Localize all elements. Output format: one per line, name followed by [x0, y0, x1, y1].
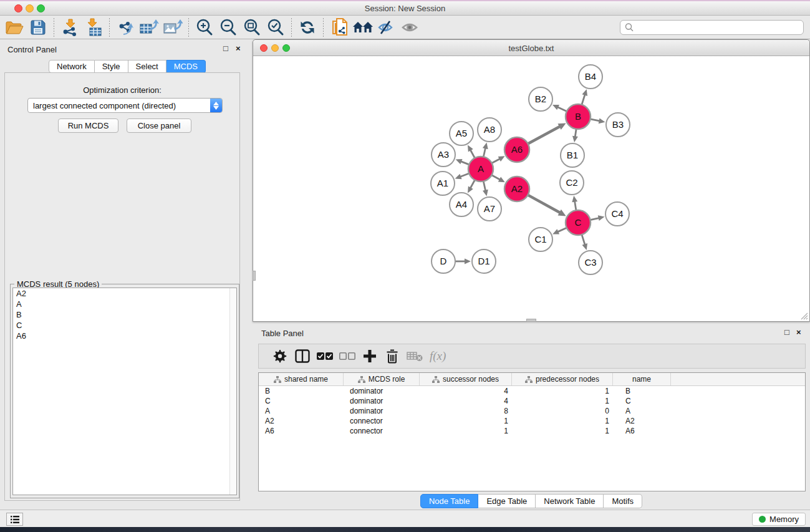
mcds-result-item[interactable]: A2: [13, 288, 236, 299]
zoom-fit-icon[interactable]: [241, 17, 263, 37]
deselect-all-checkboxes-icon[interactable]: [336, 346, 359, 367]
graph-edge-B-B2[interactable]: [557, 107, 567, 111]
table-cell[interactable]: 4: [420, 397, 512, 405]
table-row[interactable]: A6connector11A6: [259, 426, 805, 436]
import-network-icon[interactable]: [59, 17, 80, 37]
close-panel-icon[interactable]: ×: [796, 327, 801, 337]
table-cell[interactable]: dominator: [344, 407, 420, 415]
new-network-from-selection-icon[interactable]: [329, 17, 350, 37]
column-header-predecessor-nodes[interactable]: predecessor nodes: [512, 373, 613, 385]
mcds-result-item[interactable]: C: [13, 320, 236, 331]
tab-network[interactable]: Network: [49, 60, 95, 73]
mcds-result-item[interactable]: A6: [13, 331, 236, 341]
save-session-icon[interactable]: [27, 17, 49, 37]
float-panel-icon[interactable]: □: [784, 327, 789, 337]
table-row[interactable]: Adominator80A: [259, 406, 805, 416]
table-cell[interactable]: 1: [512, 387, 613, 395]
resize-grip-icon[interactable]: [800, 312, 808, 320]
table-cell[interactable]: A6: [613, 427, 671, 435]
task-history-button[interactable]: [6, 513, 23, 526]
table-row[interactable]: Bdominator41B: [259, 386, 805, 396]
graph-edge-A-A4[interactable]: [470, 180, 475, 189]
graph-edge-A-A8[interactable]: [483, 147, 485, 157]
graph-edge-C-C1[interactable]: [557, 228, 566, 232]
close-panel-icon[interactable]: ×: [236, 44, 241, 53]
refresh-icon[interactable]: [297, 17, 318, 37]
scrollbar[interactable]: [229, 288, 236, 495]
search-input[interactable]: [620, 20, 804, 35]
graph-edge-B-B4[interactable]: [582, 94, 585, 105]
table-cell[interactable]: C: [259, 397, 344, 405]
table-row[interactable]: Cdominator41C: [259, 396, 805, 406]
column-header-name[interactable]: name: [613, 373, 671, 385]
add-row-icon[interactable]: [359, 346, 381, 367]
tab-edge-table[interactable]: Edge Table: [478, 494, 536, 508]
show-columns-icon[interactable]: [291, 346, 314, 367]
table-cell[interactable]: 1: [512, 417, 613, 425]
graph-edge-A-A7[interactable]: [483, 181, 486, 191]
column-header-shared-name[interactable]: shared name: [259, 373, 344, 385]
graph-edge-A-A6[interactable]: [492, 158, 501, 163]
optimization-criterion-select[interactable]: largest connected component (directed): [27, 98, 223, 113]
graph-edge-A-A3[interactable]: [460, 161, 469, 164]
column-header-mcds-role[interactable]: MCDS role: [344, 373, 420, 385]
hide-graphics-details-icon[interactable]: [376, 17, 397, 37]
graph-edge-A2-C[interactable]: [528, 195, 561, 213]
cybrowser-home-icon[interactable]: [352, 17, 374, 37]
mcds-result-item[interactable]: A: [13, 299, 236, 309]
graph-edge-C-C3[interactable]: [582, 235, 585, 245]
settings-gear-icon[interactable]: [269, 346, 291, 367]
graph-edge-A-A5[interactable]: [470, 149, 475, 158]
network-canvas[interactable]: B4B2BB3A8A5A6A3B1AC2A1A2A4A7C4CC1C3DD1: [253, 56, 809, 321]
table-cell[interactable]: C: [613, 397, 671, 405]
table-cell[interactable]: connector: [344, 417, 420, 425]
table-cell[interactable]: connector: [344, 427, 420, 435]
column-header-successor-nodes[interactable]: successor nodes: [420, 373, 512, 385]
graph-edge-C-C4[interactable]: [591, 218, 600, 220]
graph-edge-A-A2[interactable]: [492, 175, 501, 180]
table-row[interactable]: A2connector11A2: [259, 416, 805, 426]
zoom-out-icon[interactable]: [218, 17, 239, 37]
open-session-icon[interactable]: [4, 17, 25, 37]
memory-button[interactable]: Memory: [752, 513, 806, 526]
table-cell[interactable]: A: [613, 407, 671, 415]
table-cell[interactable]: 1: [420, 427, 512, 435]
export-image-icon[interactable]: [162, 17, 183, 37]
table-cell[interactable]: B: [259, 387, 344, 395]
graph-edge-B-B3[interactable]: [591, 119, 600, 121]
table-cell[interactable]: A2: [613, 417, 671, 425]
table-cell[interactable]: A2: [259, 417, 344, 425]
close-panel-button[interactable]: Close panel: [127, 118, 191, 133]
table-cell[interactable]: dominator: [344, 397, 420, 405]
export-network-icon[interactable]: [115, 17, 136, 37]
export-table-icon[interactable]: [138, 17, 160, 37]
table-cell[interactable]: dominator: [344, 387, 420, 395]
table-cell[interactable]: A6: [259, 427, 344, 435]
delete-row-icon[interactable]: [381, 346, 403, 367]
tab-select[interactable]: Select: [128, 60, 166, 73]
network-graph[interactable]: B4B2BB3A8A5A6A3B1AC2A1A2A4A7C4CC1C3DD1: [253, 56, 809, 321]
graph-edge-B-B1[interactable]: [575, 129, 576, 138]
run-mcds-button[interactable]: Run MCDS: [58, 118, 118, 133]
network-window-titlebar[interactable]: testGlobe.txt: [253, 40, 809, 56]
graph-edge-A-A1[interactable]: [460, 173, 469, 177]
tab-motifs[interactable]: Motifs: [604, 494, 642, 508]
table-cell[interactable]: 1: [420, 417, 512, 425]
splitter-handle[interactable]: [526, 319, 536, 322]
graph-edge-C-C2[interactable]: [574, 201, 576, 211]
table-cell[interactable]: 0: [512, 407, 613, 415]
select-all-checkboxes-icon[interactable]: [314, 346, 336, 367]
table-cell[interactable]: B: [613, 387, 671, 395]
float-panel-icon[interactable]: □: [223, 44, 228, 53]
table-cell[interactable]: 1: [512, 397, 613, 405]
graph-edge-A6-B[interactable]: [528, 126, 561, 143]
tab-network-table[interactable]: Network Table: [536, 494, 604, 508]
table-cell[interactable]: 1: [512, 427, 613, 435]
splitter-handle[interactable]: [253, 271, 256, 281]
tab-style[interactable]: Style: [95, 60, 128, 73]
zoom-in-icon[interactable]: [194, 17, 215, 37]
tab-mcds[interactable]: MCDS: [166, 60, 206, 73]
zoom-selected-icon[interactable]: [265, 17, 286, 37]
table-cell[interactable]: 4: [420, 387, 512, 395]
tab-node-table[interactable]: Node Table: [420, 494, 479, 508]
